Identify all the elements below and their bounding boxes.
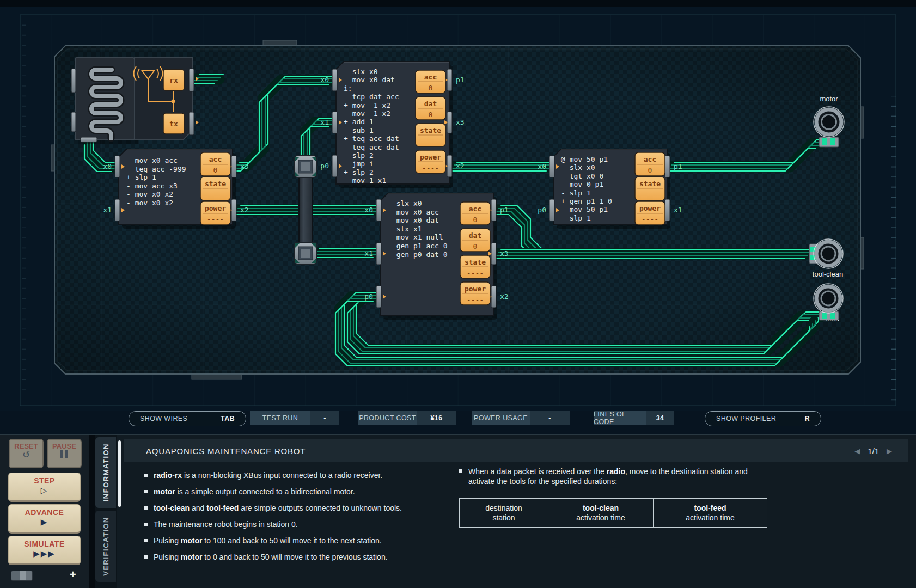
pin-label-a-x0: x0 — [103, 162, 112, 170]
tab-verification[interactable]: VERIFICATION — [95, 511, 116, 582]
show-wires-button[interactable]: SHOW WIRES TAB — [129, 411, 246, 426]
bottom-panel: RESET ↺ PAUSE STEP ▷ ADVANCE ▶ SIMULATE … — [0, 434, 916, 588]
chip-d-pin-x0[interactable] — [549, 156, 554, 177]
chip-b-pin-x3[interactable] — [447, 112, 452, 133]
panel-scrollbar[interactable] — [118, 440, 121, 507]
chip-b-pin-p1[interactable] — [447, 69, 452, 91]
page-prev-icon[interactable]: ◀ — [854, 447, 860, 455]
test-run-value: - — [310, 411, 339, 425]
speed-increase-control[interactable]: + — [70, 568, 76, 581]
register-value: 0 — [429, 111, 433, 119]
show-profiler-button[interactable]: SHOW PROFILER R — [705, 411, 821, 426]
pause-label: PAUSE — [48, 442, 81, 450]
register-value: ---- — [422, 137, 439, 145]
chip-c-pin-p0[interactable] — [376, 286, 381, 308]
chip-b-pin-x0[interactable] — [332, 69, 337, 91]
pin-label-d-x0: x0 — [538, 162, 546, 170]
show-profiler-hotkey: R — [805, 415, 810, 422]
speed-slider-handle[interactable] — [11, 571, 33, 581]
motor-pad-contact — [830, 138, 835, 145]
durations-table: destination station tool-clean activatio… — [459, 498, 767, 528]
radio-pad-left-1 — [71, 69, 76, 93]
chip-d-pin-p1[interactable] — [665, 156, 670, 177]
wire-to-tool-clean[interactable] — [492, 249, 814, 258]
page-number: 1/1 — [868, 446, 879, 456]
tab-information[interactable]: INFORMATION — [95, 437, 116, 508]
reset-button[interactable]: RESET ↺ — [9, 439, 44, 468]
chip-c[interactable]: slx x0 mov x0 acc mov x0 dat slx x1 mov … — [376, 193, 497, 320]
page-next-icon[interactable]: ▶ — [887, 447, 892, 455]
chip-b-code-line: mov 1 x1 — [344, 176, 386, 185]
chip-c-pin-x0[interactable] — [376, 199, 381, 221]
chip-d-code-line: tgt x0 0 — [561, 172, 603, 180]
chip-b-code-line: tcp dat acc — [344, 93, 399, 101]
advance-button[interactable]: ADVANCE ▶ — [8, 504, 81, 534]
chip-a-code-line: mov x0 acc — [126, 156, 178, 164]
show-profiler-label: SHOW PROFILER — [716, 415, 776, 422]
reset-icon: ↺ — [22, 450, 30, 460]
puzzle-title-bar: AQUAPONICS MAINTENANCE ROBOT ◀ 1/1 ▶ — [124, 439, 908, 462]
simulate-button[interactable]: SIMULATE ▶▶▶ — [8, 536, 81, 565]
pin-label-b-p0: p0 — [320, 162, 329, 170]
show-wires-label: SHOW WIRES — [140, 415, 187, 422]
register-box: power ---- — [200, 201, 230, 225]
chip-b-pin-p0[interactable] — [332, 155, 337, 177]
step-icon: ▷ — [41, 486, 48, 495]
test-run-indicator[interactable]: TEST RUN - — [250, 411, 339, 425]
chip-d-registers: acc 0 state ---- power ---- — [635, 152, 665, 225]
register-value: 0 — [213, 166, 218, 174]
radio-receiver[interactable]: rx tx — [71, 58, 199, 144]
pin-label-d-p1: p1 — [674, 162, 682, 170]
circuit-board-canvas[interactable]: tool-feed — [0, 0, 916, 411]
right-ruler-ticks — [888, 96, 896, 401]
chip-b[interactable]: slx x0 mov x0 dat i: tcp dat acc + mov 1… — [332, 62, 453, 188]
chip-c-pin-p1[interactable] — [491, 199, 496, 221]
chip-d-code-line: - slp 1 — [561, 189, 591, 197]
chip-a-pin-x2[interactable] — [231, 199, 236, 221]
info-bullet: motor is a simple output connected to a … — [154, 487, 415, 496]
shenzhen-io-screen: tool-feed — [0, 0, 916, 588]
tool-clean-terminal: tool-clean — [809, 239, 843, 278]
chip-c-pin-x3[interactable] — [491, 243, 496, 265]
pin-label-b-p1: p1 — [456, 76, 465, 84]
chip-a-pin-x0[interactable] — [115, 156, 120, 177]
tx-port-label: tx — [169, 120, 178, 128]
register-box: state ---- — [200, 177, 230, 200]
chip-c-code-line: mov x1 null — [388, 233, 443, 241]
chip-a[interactable]: mov x0 acc teq acc -999 + slp 1 - mov ac… — [115, 149, 236, 229]
chip-c-pin-x1[interactable] — [376, 243, 381, 265]
chip-b-code-line: + slp 2 — [344, 168, 374, 176]
register-box: dat 0 — [416, 97, 445, 120]
lines-of-code-indicator: LINES OF CODE 34 — [594, 411, 674, 425]
chip-b-pin-x1[interactable] — [332, 112, 337, 133]
info-bullet-radio: When a data packet is received over the … — [468, 467, 762, 486]
chip-b-pin-x2[interactable] — [447, 155, 452, 177]
register-box: power ---- — [460, 282, 490, 305]
pause-button[interactable]: PAUSE — [47, 439, 82, 468]
left-ruler-ticks — [20, 22, 26, 397]
radio-pad-bottom — [81, 137, 97, 142]
information-content: AQUAPONICS MAINTENANCE ROBOT ◀ 1/1 ▶ rad… — [117, 435, 916, 588]
simulate-label: SIMULATE — [9, 540, 80, 548]
bullet-marker — [144, 474, 148, 477]
register-label: power — [639, 204, 661, 212]
pin-label-b-x0: x0 — [320, 76, 329, 84]
chip-d-pin-x1[interactable] — [665, 199, 670, 221]
chip-b-code-line: - jmp i — [344, 160, 374, 168]
register-value: 0 — [648, 166, 652, 174]
step-button[interactable]: STEP ▷ — [8, 473, 81, 502]
chip-d-pin-p0[interactable] — [549, 199, 554, 221]
chip-a-pin-x1[interactable] — [115, 199, 120, 221]
chip-c-pin-x2[interactable] — [491, 286, 496, 308]
chip-d[interactable]: @ mov 50 p1 slx x0 tgt x0 0 - mov 0 p1 -… — [549, 149, 670, 229]
register-box: acc 0 — [416, 70, 445, 93]
register-value: ---- — [422, 164, 439, 172]
chip-c-code-line: slx x1 — [388, 225, 422, 233]
bullet-marker — [144, 523, 148, 526]
reset-label: RESET — [10, 442, 42, 450]
chip-a-pin-x3[interactable] — [231, 156, 236, 177]
register-box: dat 0 — [460, 229, 490, 252]
product-cost-label: PRODUCT COST — [358, 411, 417, 425]
chip-d-code-line: slx x0 — [561, 163, 595, 171]
advance-icon: ▶ — [41, 517, 48, 526]
